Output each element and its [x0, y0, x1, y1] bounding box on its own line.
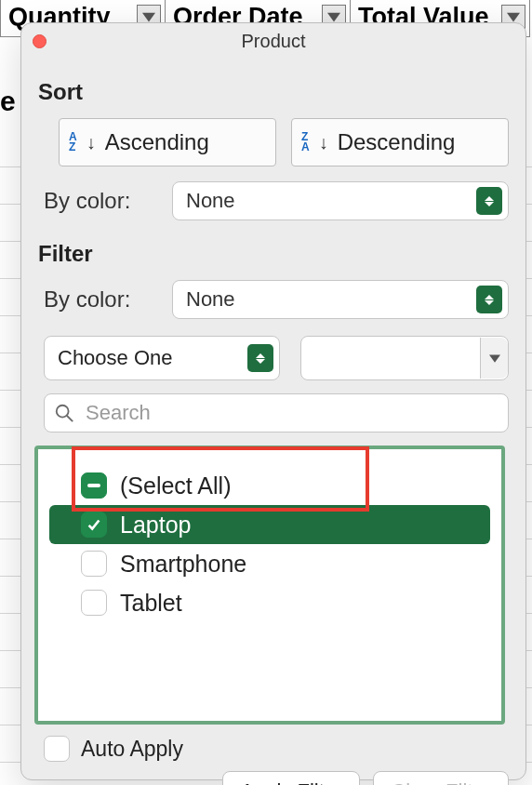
filter-by-color-select[interactable]: None — [172, 280, 509, 319]
search-field[interactable] — [84, 400, 499, 426]
filter-condition-value: Choose One — [58, 346, 173, 370]
svg-marker-2 — [507, 13, 520, 22]
stepper-icon — [247, 344, 273, 372]
checkbox-checked-icon[interactable] — [81, 512, 107, 538]
stepper-icon — [476, 187, 502, 215]
dialog-title: Product — [242, 31, 306, 52]
filter-item-label: Tablet — [120, 590, 182, 617]
checkbox-unchecked-icon[interactable] — [81, 590, 107, 616]
filter-item-label: (Select All) — [120, 472, 231, 499]
filter-values-list: (Select All) Laptop Smartphone Tablet — [34, 446, 505, 725]
clear-filter-button[interactable]: Clear Filter — [373, 771, 509, 785]
filter-item-smartphone[interactable]: Smartphone — [49, 544, 490, 583]
svg-point-4 — [57, 406, 69, 418]
sort-section-title: Sort — [38, 79, 509, 105]
checkbox-indeterminate-icon[interactable] — [81, 472, 107, 499]
dialog-titlebar: Product — [21, 23, 525, 59]
svg-line-5 — [67, 416, 73, 421]
az-icon: AZ — [69, 132, 77, 153]
filter-dialog: Product Sort AZ ↓ Ascending ZA ↓ Descend… — [20, 22, 526, 780]
auto-apply-label: Auto Apply — [81, 737, 183, 762]
filter-item-tablet[interactable]: Tablet — [49, 583, 490, 622]
auto-apply-checkbox[interactable] — [44, 736, 70, 762]
row-label-fragment: e — [0, 86, 16, 117]
svg-marker-1 — [327, 13, 340, 22]
svg-marker-3 — [489, 354, 500, 362]
stepper-icon — [476, 286, 502, 313]
arrow-down-icon: ↓ — [86, 132, 96, 153]
sort-by-color-select[interactable]: None — [172, 181, 509, 220]
filter-value-combobox[interactable] — [300, 336, 509, 380]
chevron-down-icon[interactable] — [480, 338, 508, 379]
filter-by-color-label: By color: — [44, 286, 172, 313]
sort-ascending-button[interactable]: AZ ↓ Ascending — [59, 118, 276, 166]
filter-by-color-value: None — [186, 287, 235, 312]
filter-section-title: Filter — [38, 241, 509, 267]
search-icon — [54, 403, 74, 423]
filter-item-label: Laptop — [120, 512, 191, 539]
filter-condition-select[interactable]: Choose One — [44, 336, 280, 380]
sort-descending-label: Descending — [338, 129, 456, 155]
close-button[interactable] — [33, 34, 47, 48]
za-icon: ZA — [301, 132, 310, 153]
sort-by-color-value: None — [186, 189, 235, 213]
checkbox-unchecked-icon[interactable] — [81, 551, 107, 577]
filter-item-select-all[interactable]: (Select All) — [49, 466, 490, 505]
filter-item-laptop[interactable]: Laptop — [49, 505, 490, 544]
sort-by-color-label: By color: — [44, 188, 172, 214]
filter-item-label: Smartphone — [120, 551, 246, 578]
arrow-down-icon: ↓ — [319, 132, 328, 153]
apply-filter-label: Apply Filter — [240, 779, 342, 785]
apply-filter-button[interactable]: Apply Filter — [222, 771, 360, 785]
filter-search-input[interactable] — [44, 393, 509, 432]
svg-marker-0 — [142, 13, 155, 22]
sort-ascending-label: Ascending — [105, 129, 209, 155]
clear-filter-label: Clear Filter — [391, 779, 491, 785]
sort-descending-button[interactable]: ZA ↓ Descending — [291, 118, 509, 166]
